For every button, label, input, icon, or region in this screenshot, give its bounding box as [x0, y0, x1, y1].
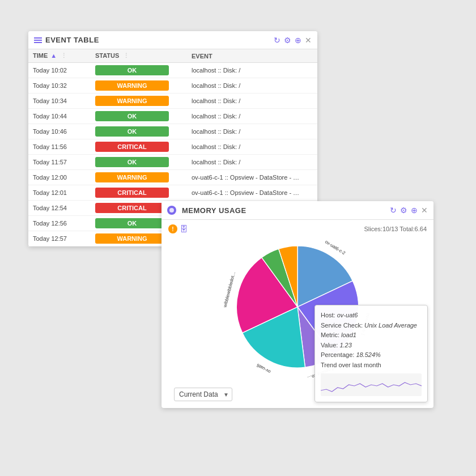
- tooltip-value: Value: 1.23: [321, 341, 422, 350]
- cell-time: Today 12:01: [28, 185, 91, 201]
- status-badge: CRITICAL: [95, 188, 169, 198]
- col-event[interactable]: EVENT: [187, 49, 317, 63]
- cell-time: Today 10:34: [28, 94, 91, 109]
- cell-time: Today 12:56: [28, 216, 91, 231]
- cell-status: OK: [91, 124, 187, 139]
- table-row: Today 12:00 WARNING ov-uat6-c-1 :: Opsvi…: [28, 170, 317, 185]
- table-row: Today 11:56 CRITICAL localhost :: Disk: …: [28, 139, 317, 155]
- pie-label: wibblewibbledot…: [222, 271, 236, 308]
- cell-time: Today 12:00: [28, 170, 91, 185]
- tooltip-service: Service Check: Unix Load Average: [321, 321, 422, 330]
- cell-status: WARNING: [91, 94, 187, 109]
- status-badge: WARNING: [95, 96, 169, 106]
- settings-icon[interactable]: ⚙: [284, 36, 291, 44]
- cell-status: OK: [91, 63, 187, 78]
- cell-time: Today 10:32: [28, 78, 91, 94]
- cell-event: localhost :: Disk: /: [187, 124, 317, 139]
- cell-time: Today 11:57: [28, 155, 91, 170]
- memory-refresh-icon[interactable]: ↻: [390, 206, 397, 214]
- memory-panel-top: ! 🗄 Slices:10/13 Total:6.64: [168, 224, 427, 233]
- table-row: Today 10:34 WARNING localhost :: Disk: /: [28, 94, 317, 109]
- col-status[interactable]: STATUS ⋮: [91, 49, 187, 63]
- table-header-row: TIME ▲ ⋮ STATUS ⋮ EVENT: [28, 49, 317, 63]
- cell-event: localhost :: Disk: /: [187, 139, 317, 155]
- cell-time: Today 12:57: [28, 231, 91, 246]
- status-badge: WARNING: [95, 172, 169, 182]
- memory-panel-toolbar: ↻ ⚙ ⊕ ✕: [390, 206, 428, 214]
- cell-event: localhost :: Disk: /: [187, 155, 317, 170]
- cell-status: CRITICAL: [91, 139, 187, 155]
- tooltip-trend: Trend over last month: [321, 360, 422, 370]
- table-row: Today 10:44 OK localhost :: Disk: /: [28, 109, 317, 124]
- status-badge: OK: [95, 65, 169, 75]
- status-badge: OK: [95, 126, 169, 137]
- cell-status: CRITICAL: [91, 185, 187, 201]
- cell-event: localhost :: Disk: /: [187, 63, 317, 78]
- memory-panel: MEMORY USAGE ↻ ⚙ ⊕ ✕ ! 🗄 Slices:10/13 To…: [162, 201, 434, 408]
- dropdown-wrapper[interactable]: Current Data ▼: [174, 388, 232, 401]
- warning-dot-icon: !: [168, 224, 177, 233]
- status-badge: OK: [95, 218, 169, 228]
- table-row: Today 10:02 OK localhost :: Disk: /: [28, 63, 317, 78]
- cell-event: ov-uat6-c-1 :: Opsview - DataStore - …: [187, 170, 317, 185]
- table-row: Today 10:46 OK localhost :: Disk: /: [28, 124, 317, 139]
- memory-panel-header: MEMORY USAGE ↻ ⚙ ⊕ ✕: [162, 201, 434, 220]
- memory-settings-icon[interactable]: ⚙: [400, 206, 407, 214]
- cell-event: localhost :: Disk: /: [187, 109, 317, 124]
- sparkline-chart: [321, 373, 422, 396]
- cell-event: localhost :: Disk: /: [187, 94, 317, 109]
- hamburger-icon[interactable]: [34, 37, 42, 43]
- close-icon[interactable]: ✕: [305, 36, 312, 44]
- col-time[interactable]: TIME ▲ ⋮: [28, 49, 91, 63]
- memory-panel-title: MEMORY USAGE: [182, 206, 390, 215]
- table-row: Today 12:01 CRITICAL ov-uat6-c-1 :: Opsv…: [28, 185, 317, 201]
- cell-event: ov-uat6-c-1 :: Opsview - DataStore - …: [187, 185, 317, 201]
- status-badge: CRITICAL: [95, 142, 169, 152]
- status-badge: WARNING: [95, 80, 169, 91]
- cell-status: OK: [91, 109, 187, 124]
- cell-time: Today 10:44: [28, 109, 91, 124]
- tooltip-percentage: Percentage: 18.524%: [321, 350, 422, 360]
- event-table-toolbar: ↻ ⚙ ⊕ ✕: [274, 36, 312, 44]
- tooltip-box: Host: ov-uat6 Service Check: Unix Load A…: [314, 305, 428, 402]
- status-badge: OK: [95, 111, 169, 121]
- cell-status: OK: [91, 155, 187, 170]
- memory-panel-body: ! 🗄 Slices:10/13 Total:6.64 ov-uat6-c-2o…: [162, 220, 434, 408]
- memory-logo-icon: [169, 207, 175, 213]
- link-icon[interactable]: ⊕: [295, 36, 301, 44]
- memory-close-icon[interactable]: ✕: [421, 206, 428, 214]
- cell-event: localhost :: Disk: /: [187, 78, 317, 94]
- pie-label: ov-uat6: [256, 363, 271, 375]
- status-badge: WARNING: [95, 233, 169, 244]
- cell-time: Today 10:02: [28, 63, 91, 78]
- memory-link-icon[interactable]: ⊕: [411, 206, 418, 214]
- cell-time: Today 12:54: [28, 201, 91, 216]
- database-icon: 🗄: [180, 224, 188, 233]
- status-badge: CRITICAL: [95, 203, 169, 213]
- cell-time: Today 11:56: [28, 139, 91, 155]
- refresh-icon[interactable]: ↻: [274, 36, 280, 44]
- cell-time: Today 10:46: [28, 124, 91, 139]
- cell-status: WARNING: [91, 170, 187, 185]
- cell-status: WARNING: [91, 78, 187, 94]
- event-table-header: EVENT TABLE ↻ ⚙ ⊕ ✕: [28, 31, 317, 49]
- memory-status-icons: ! 🗄: [168, 224, 188, 233]
- tooltip-metric: Metric: load1: [321, 330, 422, 340]
- slices-info: Slices:10/13 Total:6.64: [364, 226, 427, 232]
- table-row: Today 10:32 WARNING localhost :: Disk: /: [28, 78, 317, 94]
- table-row: Today 11:57 OK localhost :: Disk: /: [28, 155, 317, 170]
- tooltip-host: Host: ov-uat6: [321, 311, 422, 320]
- status-badge: OK: [95, 157, 169, 167]
- current-data-dropdown[interactable]: Current Data: [174, 388, 232, 401]
- svg-point-0: [169, 208, 174, 212]
- event-table-title: EVENT TABLE: [45, 36, 274, 44]
